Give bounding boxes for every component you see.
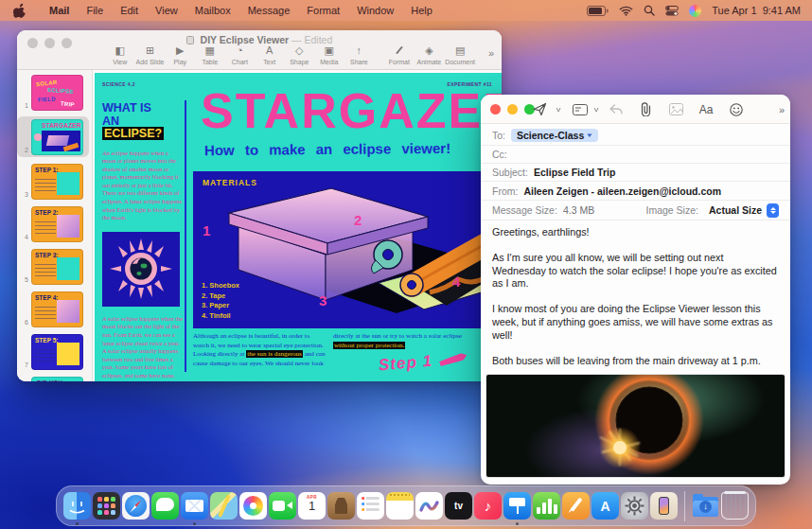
slide-thumb-4[interactable]: 4 STEP 2: xyxy=(17,205,89,242)
warning-text-left: Although an eclipse is beautiful, in ord… xyxy=(193,332,327,368)
sun-eclipse-illustration xyxy=(110,238,172,299)
menu-bar-clock[interactable]: Tue Apr 1 9:41 AM xyxy=(712,5,801,16)
dock-maps-icon[interactable] xyxy=(210,492,238,520)
slide-2-thumbnail[interactable]: STARGAZER xyxy=(31,119,83,155)
emoji-button[interactable] xyxy=(721,103,751,116)
dock-music-icon[interactable]: ♪ xyxy=(474,492,502,520)
dock-calendar-icon[interactable]: APR1 xyxy=(298,492,326,520)
dock-contacts-icon[interactable] xyxy=(327,492,355,520)
menu-item-window[interactable]: Window xyxy=(357,5,394,16)
menu-item-mailbox[interactable]: Mailbox xyxy=(195,5,231,16)
slide-thumb-8[interactable]: 8 DID YOU KNOW xyxy=(17,376,89,381)
control-center-icon[interactable] xyxy=(665,6,679,16)
from-field[interactable]: From: Aileen Zeigen - aileen.zeigen@iclo… xyxy=(481,182,790,201)
media-button[interactable]: ▣Media xyxy=(315,44,344,65)
dock-launchpad-icon[interactable] xyxy=(93,492,120,520)
wifi-icon[interactable] xyxy=(619,6,633,16)
text-icon: A xyxy=(266,44,273,57)
to-field[interactable]: To: Science-Class▼ xyxy=(481,125,790,146)
view-button[interactable]: ◧View xyxy=(106,44,134,65)
dock-downloads-icon[interactable]: ↓ xyxy=(692,492,719,520)
dock-iphone-mirroring-icon[interactable] xyxy=(650,492,678,520)
attach-button[interactable] xyxy=(630,102,661,116)
slide-thumb-7[interactable]: 7 STEP 5: xyxy=(17,333,89,370)
slide-paragraph-2: A solar eclipse happens when the moon bl… xyxy=(102,315,183,381)
slide-thumb-5[interactable]: 5 STEP 3: xyxy=(17,248,89,285)
format-button[interactable]: Format xyxy=(385,44,414,65)
slide-thumb-3[interactable]: 3 STEP 1: xyxy=(17,163,89,200)
play-button[interactable]: ▶Play xyxy=(166,44,194,65)
close-button[interactable] xyxy=(490,104,501,115)
mail-titlebar: ∨ ∨ Aa » xyxy=(481,95,790,124)
dock-reminders-icon[interactable] xyxy=(357,492,384,520)
slide-number: 5 xyxy=(17,275,31,285)
add-slide-button[interactable]: ⊞Add Slide xyxy=(136,44,165,65)
dock-finder-icon[interactable] xyxy=(63,492,91,520)
dock-facetime-icon[interactable] xyxy=(269,492,296,520)
slide-number: 4 xyxy=(17,233,31,242)
materials-number-4: 4 xyxy=(452,273,460,290)
menu-item-format[interactable]: Format xyxy=(307,5,340,16)
dock-apple-tv-icon[interactable]: tv xyxy=(445,492,472,520)
siri-icon[interactable] xyxy=(689,5,701,17)
slide-6-thumbnail[interactable]: STEP 4: xyxy=(31,291,83,327)
current-slide: SCIENCE 4.2 EXPERIMENT #11 WHAT IS AN EC… xyxy=(95,73,502,381)
dock-pages-icon[interactable] xyxy=(562,492,590,520)
table-button[interactable]: ▦Table xyxy=(196,44,224,65)
subject-field[interactable]: Subject: Eclipse Field Trip xyxy=(481,164,790,182)
slide-canvas[interactable]: SCIENCE 4.2 EXPERIMENT #11 WHAT IS AN EC… xyxy=(93,70,502,381)
image-size-dropdown[interactable] xyxy=(767,203,779,218)
animate-button[interactable]: ◈Animate xyxy=(415,44,444,65)
menu-item-file[interactable]: File xyxy=(86,5,103,16)
send-chevron-icon[interactable]: ∨ xyxy=(548,106,569,114)
dock-mail-icon[interactable] xyxy=(181,492,208,520)
toolbar-overflow-button[interactable]: » xyxy=(488,47,494,59)
slide-number: 6 xyxy=(17,318,31,327)
dock-freeform-icon[interactable] xyxy=(415,492,443,520)
dock-app-store-icon[interactable]: A xyxy=(591,492,619,520)
slide-1-thumbnail[interactable]: SOLAR ECLIPSE FIELD TRIP xyxy=(31,75,83,111)
eclipse-photo-attachment[interactable] xyxy=(486,375,785,477)
message-size-value: 4.3 MB xyxy=(563,204,594,216)
text-button[interactable]: AText xyxy=(256,44,284,65)
shape-button[interactable]: ◇Shape xyxy=(286,44,314,65)
dock-numbers-icon[interactable] xyxy=(533,492,560,520)
format-text-button[interactable]: Aa xyxy=(691,103,721,116)
menu-item-message[interactable]: Message xyxy=(248,5,291,16)
document-sidebar-icon: ▤ xyxy=(455,44,465,57)
view-icon: ◧ xyxy=(115,44,125,57)
slide-thumb-6[interactable]: 6 STEP 4: xyxy=(17,291,89,327)
toolbar-overflow-button[interactable]: » xyxy=(779,104,785,115)
slide-number: 3 xyxy=(17,190,31,200)
thumb-caption-lines xyxy=(35,348,56,363)
menu-item-edit[interactable]: Edit xyxy=(120,5,138,16)
dock-notes-icon[interactable] xyxy=(386,492,414,520)
dock-safari-icon[interactable] xyxy=(122,492,150,520)
document-button[interactable]: ▤Document xyxy=(445,44,475,65)
menu-item-view[interactable]: View xyxy=(155,5,178,16)
dock-messages-icon[interactable] xyxy=(151,492,179,520)
chart-button[interactable]: ◔Chart xyxy=(226,44,255,65)
cc-field[interactable]: Cc: xyxy=(481,146,790,164)
share-button[interactable]: ↑Share xyxy=(345,44,374,65)
dock-system-settings-icon[interactable] xyxy=(621,492,648,520)
slide-5-thumbnail[interactable]: STEP 3: xyxy=(31,249,83,285)
dock-trash-icon[interactable] xyxy=(721,492,749,520)
slide-3-thumbnail[interactable]: STEP 1: xyxy=(31,164,83,200)
slide-4-thumbnail[interactable]: STEP 2: xyxy=(31,206,83,242)
slide-thumb-2-selected[interactable]: 2 STARGAZER xyxy=(17,116,89,157)
recipient-token[interactable]: Science-Class▼ xyxy=(511,129,598,142)
apple-menu-icon[interactable] xyxy=(13,4,26,18)
slide-7-thumbnail[interactable]: STEP 5: xyxy=(31,334,83,370)
animate-icon: ◈ xyxy=(425,44,432,57)
slide-thumb-1[interactable]: 1 SOLAR ECLIPSE FIELD TRIP xyxy=(17,74,89,111)
materials-number-1: 1 xyxy=(203,222,210,238)
minimize-button[interactable] xyxy=(507,104,518,115)
slide-8-thumbnail[interactable]: DID YOU KNOW xyxy=(31,377,83,381)
menu-item-help[interactable]: Help xyxy=(411,5,432,16)
dock-keynote-icon[interactable] xyxy=(503,492,531,520)
search-icon[interactable] xyxy=(644,5,655,16)
battery-icon[interactable] xyxy=(587,6,609,16)
menu-item-mail[interactable]: Mail xyxy=(49,5,69,16)
dock-photos-icon[interactable] xyxy=(239,492,267,520)
